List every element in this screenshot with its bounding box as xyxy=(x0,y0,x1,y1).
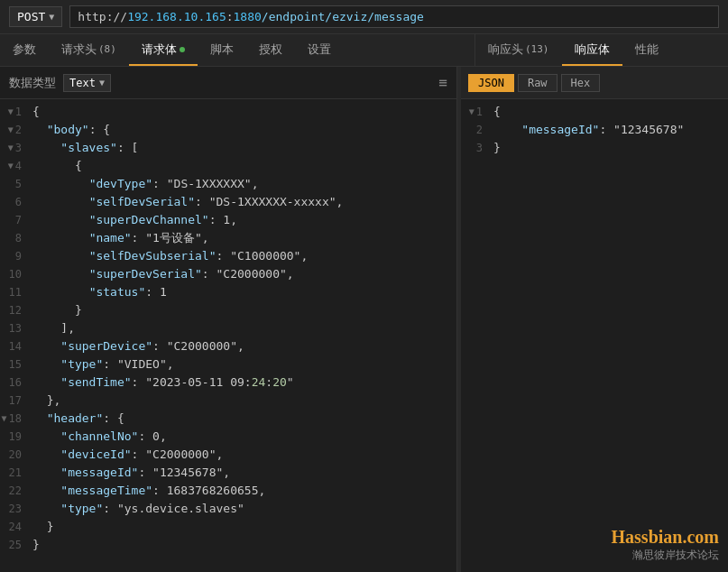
left-code-line-23: 23 "type": "ys.device.slaves" xyxy=(0,500,456,518)
left-code-line-19: 19 "channelNo": 0, xyxy=(0,428,456,446)
left-code-line-6: 6 "selfDevSerial": "DS-1XXXXXX-xxxxx", xyxy=(0,193,456,211)
line-content: ], xyxy=(29,319,456,337)
line-number: 5 xyxy=(0,175,29,193)
left-panel: 数据类型 Text ▼ ≡ ▼1{▼2 "body": {▼3 "slaves"… xyxy=(0,67,457,572)
line-number: 22 xyxy=(0,482,29,500)
tab-settings[interactable]: 设置 xyxy=(295,34,344,66)
url-path: /endpoint/ezviz/message xyxy=(262,10,424,23)
fold-arrow[interactable]: ▼ xyxy=(2,410,7,428)
right-code-line-1: ▼1{ xyxy=(461,103,728,121)
line-number: 8 xyxy=(0,229,29,247)
left-code-line-13: 13 ], xyxy=(0,319,456,337)
format-tab-raw[interactable]: Raw xyxy=(518,74,558,92)
url-input[interactable]: http://192.168.10.165:1880/endpoint/ezvi… xyxy=(69,5,719,28)
line-number: 10 xyxy=(0,265,29,283)
format-tab-hex[interactable]: Hex xyxy=(561,74,601,92)
line-content: "sendTime": "2023-05-11 09:24:20" xyxy=(29,374,456,392)
line-number: 11 xyxy=(0,283,29,301)
tab-request-body[interactable]: 请求体 xyxy=(129,34,198,66)
line-content: "deviceId": "C2000000", xyxy=(29,446,456,464)
tabs-left: 参数请求头(8)请求体脚本授权设置 xyxy=(0,34,475,66)
line-number: 2 xyxy=(461,121,490,139)
left-code-line-1: ▼1{ xyxy=(0,103,456,121)
data-type-row: 数据类型 Text ▼ ≡ xyxy=(0,67,456,99)
left-code-line-20: 20 "deviceId": "C2000000", xyxy=(0,446,456,464)
line-content: "type": "ys.device.slaves" xyxy=(29,500,456,518)
line-content: "status": 1 xyxy=(29,283,456,301)
line-content: "messageId": "12345678", xyxy=(29,464,456,482)
right-code-editor[interactable]: ▼1{2 "messageId": "12345678"3} xyxy=(461,99,728,572)
left-code-line-17: 17 }, xyxy=(0,392,456,410)
tab-badge-response-headers: (13) xyxy=(525,43,549,55)
tab-badge-request-headers: (8) xyxy=(98,43,116,55)
tab-response-body[interactable]: 响应体 xyxy=(562,34,622,66)
right-panel: JSONRawHex ▼1{2 "messageId": "12345678"3… xyxy=(461,67,728,572)
line-content: "selfDevSerial": "DS-1XXXXXX-xxxxx", xyxy=(29,193,456,211)
fold-arrow[interactable]: ▼ xyxy=(8,157,14,175)
right-code-line-2: 2 "messageId": "12345678" xyxy=(461,121,728,139)
line-number: 15 xyxy=(0,355,29,374)
line-content: { xyxy=(29,103,456,121)
left-code-line-10: 10 "superDevSerial": "C2000000", xyxy=(0,265,456,283)
data-type-label: 数据类型 xyxy=(9,75,56,91)
format-icon[interactable]: ≡ xyxy=(438,74,447,91)
line-number: ▼18 xyxy=(0,410,29,428)
fold-arrow[interactable]: ▼ xyxy=(8,121,14,139)
fold-arrow[interactable]: ▼ xyxy=(8,103,14,121)
line-content: { xyxy=(490,103,728,121)
left-code-line-9: 9 "selfDevSubserial": "C1000000", xyxy=(0,247,456,265)
line-content: { xyxy=(29,157,456,175)
tab-dot-request-body xyxy=(180,47,185,52)
line-number: 9 xyxy=(0,247,29,265)
tab-params[interactable]: 参数 xyxy=(0,34,49,66)
left-code-line-2: ▼2 "body": { xyxy=(0,121,456,139)
right-code-line-3: 3} xyxy=(461,139,728,157)
panels: 数据类型 Text ▼ ≡ ▼1{▼2 "body": {▼3 "slaves"… xyxy=(0,67,728,572)
line-number: 20 xyxy=(0,446,29,464)
format-tab-json[interactable]: JSON xyxy=(468,74,514,92)
tab-scripts[interactable]: 脚本 xyxy=(198,34,246,66)
left-code-line-7: 7 "superDevChannel": 1, xyxy=(0,211,456,229)
line-content: "messageId": "12345678" xyxy=(490,121,728,139)
line-content: }, xyxy=(29,392,456,410)
method-label: POST xyxy=(17,10,45,23)
tab-auth[interactable]: 授权 xyxy=(246,34,295,66)
line-number: 24 xyxy=(0,518,29,536)
left-code-editor[interactable]: ▼1{▼2 "body": {▼3 "slaves": [▼4 {5 "devT… xyxy=(0,99,456,572)
method-select[interactable]: POST ▼ xyxy=(9,6,62,27)
line-number: 17 xyxy=(0,392,29,410)
line-content: } xyxy=(29,301,456,319)
left-code-line-24: 24 } xyxy=(0,518,456,536)
line-content: "name": "1号设备", xyxy=(29,229,456,247)
fold-arrow[interactable]: ▼ xyxy=(8,139,14,157)
fold-arrow[interactable]: ▼ xyxy=(469,103,475,121)
line-number: ▼1 xyxy=(461,103,490,121)
line-content: "superDevice": "C2000000", xyxy=(29,337,456,355)
left-code-line-12: 12 } xyxy=(0,301,456,319)
line-number: 14 xyxy=(0,337,29,355)
line-number: 3 xyxy=(461,139,490,157)
tab-request-headers[interactable]: 请求头(8) xyxy=(49,34,129,66)
line-number: 7 xyxy=(0,211,29,229)
tabs-row: 参数请求头(8)请求体脚本授权设置 响应头(13)响应体性能 xyxy=(0,34,728,67)
line-number: 6 xyxy=(0,193,29,211)
line-number: ▼4 xyxy=(0,157,29,175)
url-ip: 192.168.10.165 xyxy=(127,10,226,23)
tab-response-headers[interactable]: 响应头(13) xyxy=(475,34,562,66)
left-code-line-15: 15 "type": "VIDEO", xyxy=(0,355,456,374)
left-code-line-21: 21 "messageId": "12345678", xyxy=(0,464,456,482)
line-content: } xyxy=(29,536,456,554)
app-container: POST ▼ http://192.168.10.165:1880/endpoi… xyxy=(0,0,728,572)
line-content: "type": "VIDEO", xyxy=(29,355,456,374)
url-bar: POST ▼ http://192.168.10.165:1880/endpoi… xyxy=(0,0,728,34)
left-code-line-11: 11 "status": 1 xyxy=(0,283,456,301)
left-code-line-22: 22 "messageTime": 1683768260655, xyxy=(0,482,456,500)
left-code-line-4: ▼4 { xyxy=(0,157,456,175)
left-code-line-14: 14 "superDevice": "C2000000", xyxy=(0,337,456,355)
data-type-select[interactable]: Text ▼ xyxy=(63,74,111,92)
tab-performance[interactable]: 性能 xyxy=(622,34,671,66)
line-number: ▼2 xyxy=(0,121,29,139)
line-number: 16 xyxy=(0,374,29,392)
line-content: "selfDevSubserial": "C1000000", xyxy=(29,247,456,265)
line-number: 25 xyxy=(0,536,29,554)
